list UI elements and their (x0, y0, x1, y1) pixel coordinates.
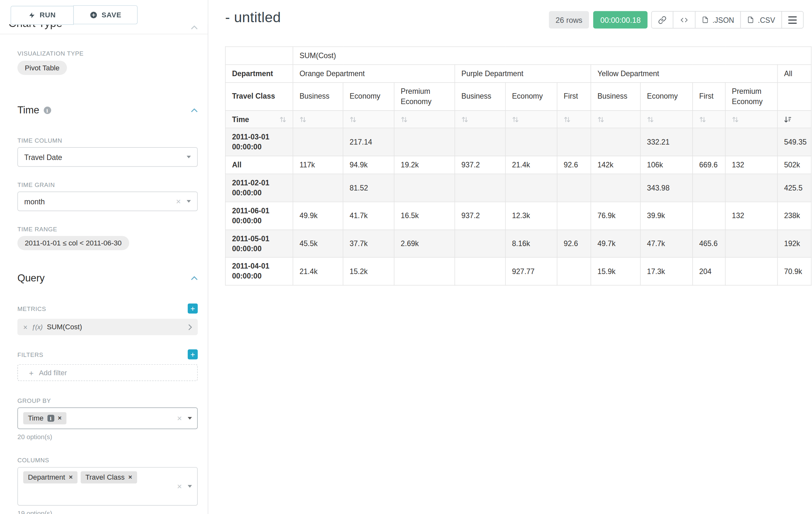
group-by-select[interactable]: Timei× × (17, 407, 198, 429)
pivot-value-cell: 12.3k (505, 202, 557, 230)
remove-tag-icon[interactable]: × (128, 474, 132, 481)
clear-group-by-icon[interactable]: × (177, 414, 182, 423)
plus-icon: + (29, 368, 33, 377)
pivot-value-cell: 204 (693, 258, 725, 286)
pivot-value-cell: 937.2 (455, 156, 505, 174)
chart-title[interactable]: - untitled (225, 10, 281, 26)
pivot-row-label: 2011-02-01 00:00:00 (225, 174, 293, 202)
query-section-header: Query (17, 272, 198, 284)
collapse-query-section-icon[interactable] (191, 276, 198, 280)
row-count-badge: 26 rows (549, 11, 589, 29)
visualization-type-label: VISUALIZATION TYPE (17, 50, 198, 57)
sort-toggle-icon[interactable] (563, 116, 570, 123)
sort-toggle-icon[interactable] (512, 116, 519, 123)
sort-desc-active-icon[interactable] (784, 116, 791, 123)
pivot-value-cell: 132 (725, 202, 778, 230)
row-dimension-department-label: Department (225, 64, 293, 83)
pivot-row-label: 2011-04-01 00:00:00 (225, 258, 293, 286)
sort-toggle-icon[interactable] (732, 116, 738, 123)
save-button[interactable]: SAVE (73, 5, 137, 24)
add-filter-button[interactable]: + (188, 350, 198, 359)
pivot-value-cell: 17.3k (640, 258, 693, 286)
pivot-sort-cell (725, 110, 778, 128)
clear-columns-icon[interactable]: × (177, 482, 182, 491)
pivot-value-cell: 76.9k (591, 202, 640, 230)
sort-toggle-icon[interactable] (299, 116, 306, 123)
query-section-title: Query (17, 272, 45, 284)
export-csv-button[interactable]: .CSV (741, 11, 782, 29)
time-column-select[interactable]: Travel Date (17, 147, 198, 167)
time-range-pill[interactable]: 2011-01-01 ≤ col < 2011-06-30 (17, 236, 129, 250)
pivot-value-cell: 16.5k (394, 202, 455, 230)
collapse-time-section-icon[interactable] (191, 108, 198, 112)
view-query-button[interactable] (673, 11, 696, 29)
chevron-down-icon (187, 156, 191, 158)
pivot-value-cell: 15.9k (591, 258, 640, 286)
sort-toggle-icon[interactable] (462, 116, 468, 123)
pivot-value-cell (725, 258, 778, 286)
time-grain-label: TIME GRAIN (17, 182, 198, 188)
table-row: All117k94.9k19.2k937.221.4k92.6142k106k6… (225, 156, 811, 174)
info-icon: i (44, 107, 51, 114)
sort-toggle-icon[interactable] (401, 116, 408, 123)
pivot-value-cell: 332.21 (640, 128, 693, 156)
time-column-label: TIME COLUMN (17, 137, 198, 143)
pivot-value-cell: 142k (591, 156, 640, 174)
pivot-value-cell: 2.69k (394, 230, 455, 258)
pivot-value-cell: 81.52 (343, 174, 394, 202)
time-grain-select[interactable]: month × (17, 191, 198, 211)
table-row: 2011-04-01 00:00:0021.4k15.2k927.7715.9k… (225, 258, 811, 286)
pivot-corner-cell (225, 47, 293, 64)
pivot-colheader-row: Travel ClassBusinessEconomyPremium Econo… (225, 83, 811, 110)
row-dimension-travel-class-label: Travel Class (225, 83, 293, 110)
pivot-value-cell: 465.6 (693, 230, 725, 258)
export-csv-label: .CSV (758, 16, 775, 24)
time-row-label: Time (232, 114, 249, 124)
pivot-col-header: First (693, 83, 725, 110)
clear-time-grain-icon[interactable]: × (176, 197, 181, 206)
metric-item[interactable]: × ƒ(x) SUM(Cost) (17, 319, 198, 335)
pivot-col-header: Economy (343, 83, 394, 110)
link-icon (658, 16, 666, 24)
pivot-colgroup-row: DepartmentOrange DepartmentPurple Depart… (225, 64, 811, 83)
sort-toggle-icon[interactable] (280, 116, 286, 123)
export-json-button[interactable]: .JSON (695, 11, 741, 29)
pivot-value-cell (693, 202, 725, 230)
pivot-value-cell (693, 128, 725, 156)
pivot-row-label: All (225, 156, 293, 174)
pivot-value-cell (725, 128, 778, 156)
remove-tag-icon[interactable]: × (58, 415, 62, 422)
pivot-value-cell (505, 128, 557, 156)
chevron-down-icon (187, 200, 191, 203)
pivot-value-cell: 106k (640, 156, 693, 174)
collapse-chart-type-icon[interactable] (191, 25, 198, 30)
menu-button[interactable] (782, 11, 804, 29)
copy-link-button[interactable] (651, 11, 673, 29)
sort-toggle-icon[interactable] (699, 116, 706, 123)
run-button[interactable]: RUN (10, 5, 74, 24)
pivot-value-cell: 937.2 (455, 202, 505, 230)
sort-toggle-icon[interactable] (647, 116, 654, 123)
pivot-value-cell: 45.5k (293, 230, 343, 258)
add-filter-control[interactable]: + Add filter (17, 364, 198, 381)
code-icon (680, 16, 689, 23)
control-panel: RUN SAVE Chart Type VISUALIZATION TYPE P… (0, 0, 208, 514)
pivot-value-cell (293, 128, 343, 156)
pivot-time-header: Time (225, 110, 293, 128)
add-metric-button[interactable]: + (188, 304, 198, 314)
visualization-type-pill[interactable]: Pivot Table (17, 61, 67, 75)
group-by-options-hint: 20 option(s) (17, 433, 198, 441)
pivot-value-cell: 217.14 (343, 128, 394, 156)
pivot-col-header: Economy (640, 83, 693, 110)
columns-select[interactable]: Department×Travel Class× × (17, 467, 198, 506)
hamburger-icon (788, 16, 796, 23)
remove-metric-icon[interactable]: × (23, 323, 27, 331)
pivot-sort-cell (505, 110, 557, 128)
table-row: 2011-05-01 00:00:0045.5k37.7k2.69k8.16k9… (225, 230, 811, 258)
sort-toggle-icon[interactable] (349, 116, 356, 123)
pivot-value-cell (557, 202, 591, 230)
remove-tag-icon[interactable]: × (69, 474, 72, 481)
pivot-value-cell: 192k (777, 230, 811, 258)
sort-toggle-icon[interactable] (597, 116, 604, 123)
pivot-value-cell (725, 230, 778, 258)
